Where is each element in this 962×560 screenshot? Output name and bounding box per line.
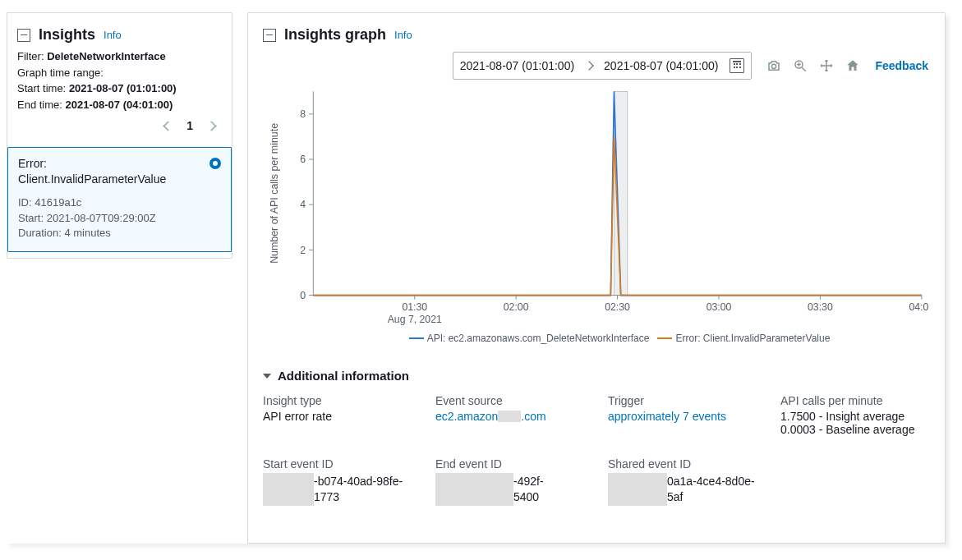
redacted [435, 473, 513, 506]
svg-text:04:00: 04:00 [909, 301, 928, 313]
sidebar-range-label: Graph time range: [17, 65, 222, 81]
zoom-icon[interactable] [793, 58, 808, 73]
sidebar-end: End time: 2021-08-07 (04:01:00) [17, 97, 222, 113]
insight-card[interactable]: Error: Client.InvalidParameterValue ID: … [7, 147, 232, 252]
cell-api-calls: API calls per minute 1.7500 - Insight av… [780, 394, 930, 436]
cell-trigger: Trigger approximately 7 events [608, 394, 772, 436]
collapse-icon[interactable] [263, 29, 276, 42]
calendar-icon[interactable] [730, 58, 744, 73]
legend-err: Error: Client.InvalidParameterValue [675, 333, 830, 344]
camera-icon[interactable] [766, 58, 781, 73]
caret-down-icon [263, 374, 271, 379]
svg-text:03:00: 03:00 [707, 301, 732, 313]
card-title: Error: Client.InvalidParameterValue [18, 156, 166, 187]
graph-info-link[interactable]: Info [394, 29, 412, 41]
additional-information: Additional information Insight type API … [248, 359, 945, 522]
sidebar-title: Insights [39, 26, 95, 44]
insights-graph-panel: Insights graph Info 2021-08-07 (01:01:00… [247, 12, 946, 544]
svg-text:01:30: 01:30 [402, 301, 427, 313]
sidebar-start: Start time: 2021-08-07 (01:01:00) [17, 80, 222, 97]
chart-legend: API: ec2.amazonaws.com_DeleteNetworkInte… [265, 331, 928, 352]
svg-text:2: 2 [300, 244, 306, 255]
graph-title: Insights graph [284, 26, 386, 44]
card-id: ID: 41619a1c [18, 195, 221, 211]
svg-text:02:30: 02:30 [605, 301, 630, 313]
home-icon[interactable] [845, 58, 860, 73]
time-range-picker[interactable]: 2021-08-07 (01:01:00) 2021-08-07 (04:01:… [453, 52, 753, 80]
redacted [498, 411, 521, 422]
svg-text:4: 4 [300, 199, 306, 210]
pager-prev-icon[interactable] [163, 121, 173, 131]
pager-page: 1 [186, 119, 193, 132]
svg-text:6: 6 [300, 154, 306, 165]
redacted [608, 473, 667, 506]
time-to: 2021-08-07 (04:01:00) [604, 59, 718, 72]
legend-swatch-api [409, 337, 424, 339]
time-from: 2021-08-07 (01:01:00) [460, 59, 574, 72]
card-start: Start: 2021-08-07T09:29:00Z [18, 211, 221, 227]
insights-chart: 0246801:3002:0002:3003:0003:3004:00Aug 7… [265, 85, 928, 331]
sidebar-filter: Filter: DeleteNetworkInterface [17, 48, 222, 65]
svg-text:0: 0 [300, 290, 306, 301]
pager-next-icon[interactable] [206, 121, 217, 131]
pager: 1 [17, 112, 222, 137]
svg-text:Number of API calls per minute: Number of API calls per minute [269, 123, 280, 264]
svg-text:Aug 7, 2021: Aug 7, 2021 [388, 314, 442, 325]
card-duration: Duration: 4 minutes [18, 226, 221, 241]
cell-event-source: Event source ec2.amazon.com [435, 394, 600, 436]
event-source-link[interactable]: ec2.amazon.com [435, 410, 600, 423]
selected-icon [209, 158, 221, 169]
cell-start-event-id: Start event ID -b074-40ad-98fe-1773 [263, 457, 427, 506]
cell-shared-event-id: Shared event ID 0a1a-4ce4-8d0e-5af [608, 457, 772, 506]
feedback-link[interactable]: Feedback [875, 59, 928, 72]
legend-swatch-err [657, 337, 672, 339]
additional-info-toggle[interactable]: Additional information [263, 369, 930, 383]
svg-text:03:30: 03:30 [808, 301, 833, 313]
collapse-icon[interactable] [17, 29, 30, 42]
svg-text:8: 8 [300, 108, 306, 120]
cell-end-event-id: End event ID -492f-5400 [435, 457, 600, 506]
chevron-right-icon [584, 61, 593, 70]
legend-api: API: ec2.amazonaws.com_DeleteNetworkInte… [427, 333, 650, 344]
svg-text:02:00: 02:00 [504, 301, 529, 313]
sidebar-info-link[interactable]: Info [104, 29, 122, 41]
insights-sidebar: Insights Info Filter: DeleteNetworkInter… [7, 12, 232, 259]
svg-point-0 [772, 64, 776, 68]
cell-insight-type: Insight type API error rate [263, 394, 427, 436]
trigger-link[interactable]: approximately 7 events [608, 410, 772, 423]
redacted [263, 473, 314, 506]
svg-line-2 [803, 67, 807, 71]
pan-icon[interactable] [819, 58, 834, 73]
